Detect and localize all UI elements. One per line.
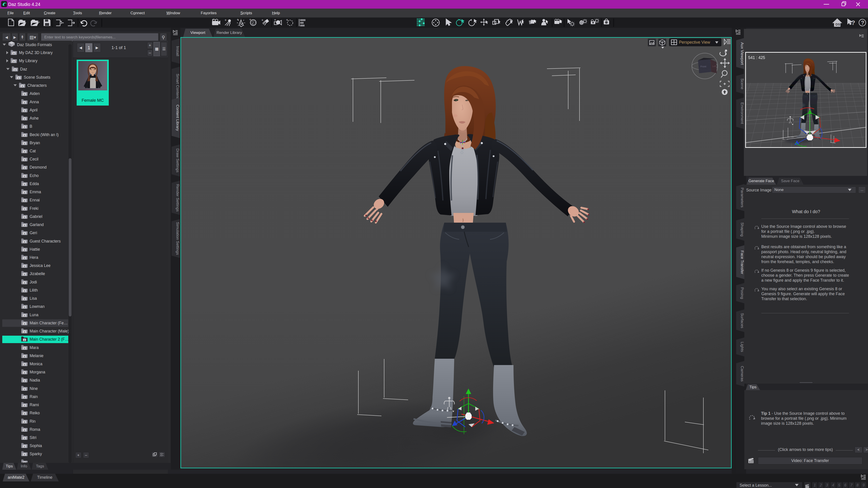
svg-text:S: S bbox=[24, 404, 25, 407]
svg-text:541 : 425: 541 : 425 bbox=[748, 55, 765, 60]
svg-text:S: S bbox=[24, 273, 25, 276]
svg-text:Front: Front bbox=[701, 65, 706, 68]
svg-text:S: S bbox=[24, 322, 25, 325]
svg-text:S: S bbox=[24, 380, 25, 382]
svg-text:S: S bbox=[24, 330, 25, 333]
svg-text:Left: Left bbox=[712, 65, 716, 68]
svg-text:+: + bbox=[286, 18, 288, 22]
svg-text:+: + bbox=[212, 18, 214, 22]
svg-text:S: S bbox=[13, 60, 14, 63]
svg-text:+: + bbox=[224, 18, 226, 22]
svg-text:S: S bbox=[14, 68, 16, 71]
svg-text:S: S bbox=[24, 257, 25, 259]
svg-text:S: S bbox=[24, 290, 25, 292]
svg-text:+: + bbox=[274, 18, 276, 22]
svg-text:S: S bbox=[24, 118, 25, 120]
svg-text:S: S bbox=[24, 142, 25, 145]
svg-text:S: S bbox=[24, 388, 25, 391]
svg-text:S: S bbox=[24, 93, 25, 96]
svg-text:?: ? bbox=[861, 20, 864, 26]
svg-text:S: S bbox=[24, 298, 25, 300]
svg-text:S: S bbox=[24, 306, 25, 308]
svg-text:S: S bbox=[24, 445, 25, 448]
svg-text:Perspective View: Perspective View bbox=[679, 40, 710, 44]
svg-text:S: S bbox=[24, 101, 25, 104]
svg-text:DS: DS bbox=[835, 22, 840, 26]
svg-text:S: S bbox=[22, 85, 23, 88]
svg-text:S: S bbox=[24, 167, 25, 169]
svg-text:S: S bbox=[24, 412, 25, 415]
svg-text:S: S bbox=[24, 314, 25, 317]
svg-text:S: S bbox=[24, 158, 25, 161]
svg-text:S: S bbox=[24, 134, 25, 137]
svg-text:S: S bbox=[24, 240, 25, 243]
svg-text:S: S bbox=[24, 282, 25, 284]
svg-text:S: S bbox=[24, 109, 25, 112]
svg-text:S: S bbox=[24, 249, 25, 251]
svg-text:+: + bbox=[261, 18, 264, 22]
svg-text:S: S bbox=[13, 44, 14, 47]
svg-text:S: S bbox=[24, 208, 25, 210]
svg-text:S: S bbox=[18, 77, 19, 79]
svg-text:S: S bbox=[24, 216, 25, 219]
svg-text:?: ? bbox=[851, 19, 855, 26]
svg-text:S: S bbox=[24, 421, 25, 423]
svg-text:S: S bbox=[24, 150, 25, 153]
svg-text:S: S bbox=[24, 371, 25, 374]
svg-text:S: S bbox=[24, 126, 25, 128]
svg-text:S: S bbox=[24, 437, 25, 440]
svg-text:S: S bbox=[24, 396, 25, 399]
svg-text:S: S bbox=[24, 338, 25, 341]
svg-text:S: S bbox=[24, 224, 25, 227]
svg-text:S: S bbox=[24, 347, 25, 350]
svg-text:S: S bbox=[24, 183, 25, 186]
svg-text:S: S bbox=[24, 199, 25, 202]
svg-text:S: S bbox=[24, 175, 25, 178]
svg-text:S: S bbox=[24, 355, 25, 358]
svg-text:S: S bbox=[24, 232, 25, 235]
svg-text:S: S bbox=[24, 453, 25, 456]
svg-text:S: S bbox=[24, 429, 25, 431]
svg-text:S: S bbox=[24, 363, 25, 366]
svg-text:+: + bbox=[237, 18, 239, 22]
svg-text:S: S bbox=[24, 191, 25, 194]
svg-text:S: S bbox=[24, 265, 25, 268]
svg-text:S: S bbox=[13, 52, 14, 55]
svg-text:+: + bbox=[249, 18, 251, 22]
